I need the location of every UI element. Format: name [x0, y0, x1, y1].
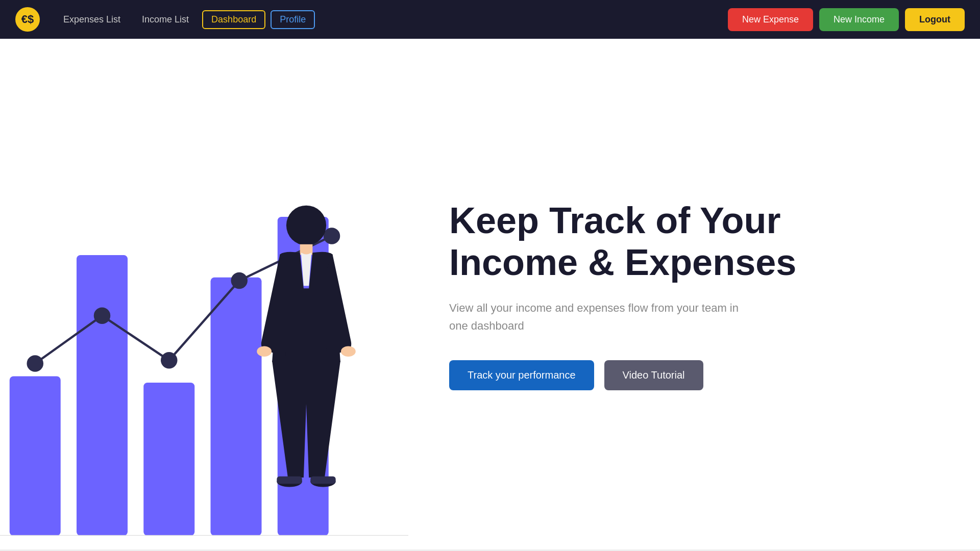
chart-dot-2 — [94, 308, 111, 324]
chart-dot-1 — [27, 355, 44, 372]
logout-button[interactable]: Logout — [905, 8, 965, 31]
person-head — [286, 206, 326, 245]
person-right-shoe-body — [310, 477, 335, 484]
chart-dot-3 — [161, 352, 178, 369]
hero-subtitle: View all your income and expenses flow f… — [449, 299, 745, 335]
nav-expenses-list[interactable]: Expenses List — [55, 10, 129, 29]
person-left-shoe-body — [277, 477, 302, 484]
hero-buttons: Track your performance Video Tutorial — [449, 360, 939, 390]
main-content: Keep Track of Your Income & Expenses Vie… — [0, 39, 980, 551]
chart-area — [0, 39, 408, 551]
video-tutorial-button[interactable]: Video Tutorial — [604, 360, 703, 390]
chart-dot-4 — [231, 272, 248, 289]
nav-links: Expenses List Income List Dashboard Prof… — [55, 10, 713, 29]
nav-profile[interactable]: Profile — [271, 10, 315, 29]
hero-title: Keep Track of Your Income & Expenses — [449, 199, 939, 284]
nav-income-list[interactable]: Income List — [134, 10, 197, 29]
person-right-hand — [341, 346, 356, 357]
chart-bar-2 — [77, 255, 128, 536]
text-area: Keep Track of Your Income & Expenses Vie… — [408, 39, 980, 551]
nav-dashboard[interactable]: Dashboard — [202, 10, 265, 29]
person-svg — [250, 194, 362, 551]
navbar: €$ Expenses List Income List Dashboard P… — [0, 0, 980, 39]
navbar-right: New Expense New Income Logout — [728, 8, 965, 31]
track-performance-button[interactable]: Track your performance — [449, 360, 594, 390]
person-left-hand — [257, 346, 272, 357]
logo-icon[interactable]: €$ — [15, 7, 40, 32]
chart-bar-1 — [10, 377, 61, 536]
new-income-button[interactable]: New Income — [819, 8, 899, 31]
new-expense-button[interactable]: New Expense — [728, 8, 813, 31]
chart-bar-3 — [143, 383, 194, 536]
person-pants — [272, 361, 340, 478]
